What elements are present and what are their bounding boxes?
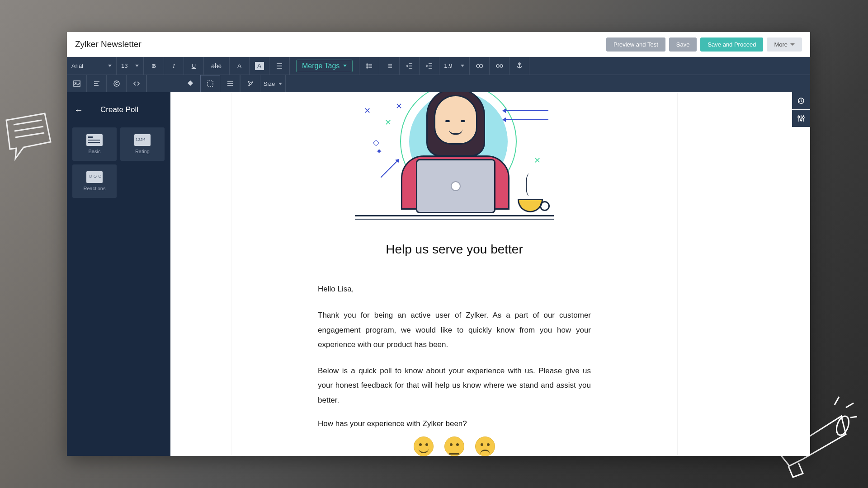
email-page: ✕ ✕ ✕ ✦ ✕ ◇ Help us serve you better Hel… (231, 92, 678, 456)
sidebar: ← Create Poll BasicRatingReactions (67, 92, 170, 456)
svg-line-4 (835, 397, 839, 405)
anchor-button[interactable] (509, 57, 529, 75)
svg-point-11 (367, 66, 368, 66)
svg-rect-25 (476, 65, 480, 67)
svg-line-5 (846, 403, 854, 408)
save-proceed-button[interactable]: Save and Proceed (700, 38, 763, 52)
code-button[interactable] (127, 75, 146, 92)
svg-rect-31 (74, 81, 80, 86)
text-toolbar: Arial 13 B I U abc A A Merge Tags 1.9 (67, 57, 810, 92)
topbar: Zylker Newsletter Preview and Test Save … (67, 32, 810, 57)
svg-point-10 (367, 64, 368, 65)
svg-line-0 (14, 120, 42, 125)
more-button[interactable]: More (767, 38, 802, 52)
merge-tags-button[interactable]: Merge Tags (296, 60, 353, 72)
document-title: Zylker Newsletter (75, 39, 142, 49)
svg-rect-37 (208, 81, 213, 86)
svg-point-36 (114, 81, 119, 86)
poll-tile-rating[interactable]: Rating (120, 127, 165, 161)
poll-tile-label: Reactions (84, 186, 106, 191)
font-size-select[interactable]: 13 (117, 57, 144, 75)
svg-point-48 (798, 116, 800, 118)
svg-line-6 (850, 417, 857, 418)
preview-test-button[interactable]: Preview and Test (606, 38, 665, 52)
chevron-down-icon (135, 65, 139, 67)
svg-point-50 (802, 117, 804, 118)
table-button[interactable] (87, 75, 107, 92)
sketch-speech-bubble (2, 111, 56, 161)
svg-point-42 (248, 81, 249, 82)
bold-button[interactable]: B (144, 57, 164, 75)
clear-format-button[interactable] (220, 75, 240, 92)
reaction-upset[interactable]: Upset (475, 436, 495, 456)
chevron-down-icon (461, 65, 464, 67)
save-button[interactable]: Save (669, 38, 697, 52)
chevron-down-icon (278, 83, 282, 85)
reactions-icon (86, 171, 103, 183)
reaction-happy[interactable]: Happy (414, 436, 434, 456)
svg-rect-27 (496, 65, 499, 67)
italic-button[interactable]: I (164, 57, 184, 75)
svg-line-2 (15, 133, 44, 137)
indent-decrease-button[interactable] (400, 57, 420, 75)
body-text: Hello Lisa, Thank you for being an activ… (318, 282, 591, 408)
basic-icon (86, 134, 103, 146)
poll-tile-label: Basic (89, 149, 101, 154)
poll-tile-basic[interactable]: Basic (72, 127, 117, 161)
upset-emoji-icon (475, 436, 495, 456)
line-height-select[interactable]: 1.9 (439, 57, 469, 75)
unlink-button[interactable] (490, 57, 509, 75)
selection-tool-button[interactable] (200, 75, 220, 92)
unordered-list-button[interactable] (359, 57, 379, 75)
svg-point-43 (252, 82, 253, 83)
svg-point-32 (75, 82, 76, 84)
font-family-select[interactable]: Arial (67, 57, 117, 75)
neutral-emoji-icon (444, 436, 464, 456)
paragraph-1: Thank you for being an active user of Zy… (318, 308, 591, 352)
app-window: Zylker Newsletter Preview and Test Save … (67, 32, 810, 456)
happy-emoji-icon (414, 436, 434, 456)
sidebar-title: Create Poll (100, 105, 138, 114)
svg-rect-28 (500, 65, 503, 67)
svg-point-49 (800, 119, 802, 121)
svg-point-44 (249, 85, 250, 86)
underline-button[interactable]: U (184, 57, 204, 75)
font-color-button[interactable]: A (230, 57, 250, 75)
fill-color-button[interactable] (180, 75, 200, 92)
rating-icon (134, 134, 151, 146)
poll-question: How has your experience with Zylker been… (318, 419, 591, 428)
content-heading: Help us serve you better (318, 242, 591, 257)
svg-point-3 (834, 414, 851, 437)
effects-button[interactable] (241, 75, 260, 92)
hero-illustration: ✕ ✕ ✕ ✦ ✕ ◇ (231, 92, 678, 223)
canvas[interactable]: ✕ ✕ ✕ ✦ ✕ ◇ Help us serve you better Hel… (170, 92, 810, 456)
align-button[interactable] (269, 57, 289, 75)
size-select[interactable]: Size (260, 75, 286, 92)
history-button[interactable] (792, 92, 810, 109)
poll-tile-reactions[interactable]: Reactions (72, 164, 117, 198)
ordered-list-button[interactable] (379, 57, 399, 75)
svg-line-1 (14, 127, 43, 131)
indent-increase-button[interactable] (420, 57, 439, 75)
chevron-down-icon (790, 43, 795, 46)
link-button[interactable] (470, 57, 490, 75)
poll-tile-label: Rating (135, 149, 150, 154)
top-actions: Preview and Test Save Save and Proceed M… (606, 38, 802, 52)
right-rail (792, 92, 810, 127)
svg-rect-26 (480, 65, 483, 67)
svg-point-41 (250, 83, 251, 84)
reaction-neutral[interactable]: Neutral (444, 436, 464, 456)
greeting: Hello Lisa, (318, 282, 591, 296)
back-arrow-button[interactable]: ← (74, 105, 83, 115)
highlight-color-button[interactable]: A (250, 57, 269, 75)
chevron-down-icon (108, 65, 112, 67)
svg-point-30 (519, 63, 520, 65)
chevron-down-icon (343, 65, 347, 67)
image-button[interactable] (67, 75, 87, 92)
paragraph-2: Below is a quick poll to know about your… (318, 364, 591, 408)
strikethrough-button[interactable]: abc (204, 57, 229, 75)
copyright-button[interactable] (107, 75, 127, 92)
svg-point-12 (367, 67, 368, 68)
settings-sliders-button[interactable] (792, 110, 810, 127)
